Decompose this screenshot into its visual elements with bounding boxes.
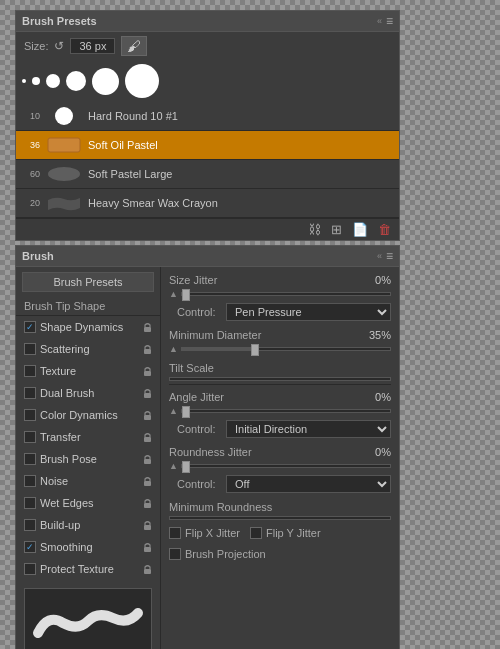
brush-item-wax-crayon[interactable]: 20 Heavy Smear Wax Crayon	[16, 189, 399, 218]
checkbox-wet-edges[interactable]	[24, 497, 36, 509]
size-jitter-slider[interactable]	[181, 292, 391, 296]
reset-size-button[interactable]: ↺	[54, 39, 64, 53]
angle-jitter-row: Angle Jitter 0%	[169, 388, 391, 406]
brush-option-noise[interactable]: Noise	[16, 470, 160, 492]
tilt-scale-label: Tilt Scale	[169, 362, 355, 374]
control-label-3: Control:	[177, 478, 222, 490]
roundness-jitter-slider[interactable]	[181, 464, 391, 468]
angle-jitter-thumb[interactable]	[182, 406, 190, 418]
min-roundness-label: Minimum Roundness	[169, 501, 391, 513]
brush-item-soft-pastel[interactable]: 60 Soft Pastel Large	[16, 160, 399, 189]
brush-menu-icon[interactable]: ≡	[386, 249, 393, 263]
brush-name: Hard Round 10 #1	[88, 110, 178, 122]
control-select-2[interactable]: Initial Direction	[226, 420, 391, 438]
min-diameter-slider[interactable]	[181, 347, 391, 351]
checkbox-color-dynamics[interactable]	[24, 409, 36, 421]
brush-panel: Brush « ≡ Brush Presets Brush Tip Shape …	[15, 245, 400, 649]
option-label-texture: Texture	[40, 365, 140, 377]
size-label: Size:	[24, 40, 48, 52]
size-input[interactable]	[70, 38, 115, 54]
checkbox-texture[interactable]	[24, 365, 36, 377]
lock-transfer	[142, 431, 152, 443]
panel-controls: « ≡	[377, 14, 393, 28]
angle-jitter-collapse[interactable]: ▲	[169, 406, 178, 416]
checkbox-flip-y[interactable]	[250, 527, 262, 539]
min-diameter-fill	[182, 348, 255, 350]
flip-x-row: Flip X Jitter	[169, 524, 240, 542]
brush-option-wet-edges[interactable]: Wet Edges	[16, 492, 160, 514]
roundness-jitter-thumb[interactable]	[182, 461, 190, 473]
lock-buildup	[142, 519, 152, 531]
min-diam-collapse[interactable]: ▲	[169, 344, 178, 354]
brush-option-protect-texture[interactable]: Protect Texture	[16, 558, 160, 580]
roundness-jitter-value: 0%	[359, 446, 391, 458]
brush-main: Brush Presets Brush Tip Shape Shape Dyna…	[16, 267, 399, 649]
control-select-1[interactable]: Pen Pressure	[226, 303, 391, 321]
checkbox-noise[interactable]	[24, 475, 36, 487]
angle-jitter-label: Angle Jitter	[169, 391, 355, 403]
min-roundness-row: Minimum Roundness	[169, 498, 391, 516]
min-diameter-thumb[interactable]	[251, 344, 259, 356]
control-select-3[interactable]: Off	[226, 475, 391, 493]
brush-option-scattering[interactable]: Scattering	[16, 338, 160, 360]
brush-options-button[interactable]: 🖌	[121, 36, 147, 56]
size-jitter-collapse[interactable]: ▲	[169, 289, 178, 299]
size-jitter-row: Size Jitter 0%	[169, 271, 391, 289]
min-roundness-track[interactable]	[169, 516, 391, 520]
brush-num-selected: 36	[22, 140, 40, 150]
brush-option-brush-pose[interactable]: Brush Pose	[16, 448, 160, 470]
brush-collapse-icon[interactable]: «	[377, 251, 382, 261]
brush-option-transfer[interactable]: Transfer	[16, 426, 160, 448]
option-label-buildup: Build-up	[40, 519, 140, 531]
checkbox-dual-brush[interactable]	[24, 387, 36, 399]
brush-num-20: 20	[22, 198, 40, 208]
checkbox-brush-pose[interactable]	[24, 453, 36, 465]
brush-num: 10	[22, 111, 40, 121]
size-jitter-thumb[interactable]	[182, 289, 190, 301]
flip-y-label: Flip Y Jitter	[266, 527, 321, 539]
brush-option-shape-dynamics[interactable]: Shape Dynamics	[16, 316, 160, 338]
checkbox-smoothing[interactable]	[24, 541, 36, 553]
svg-rect-12	[144, 503, 151, 508]
lock-dual-brush	[142, 387, 152, 399]
brush-option-buildup[interactable]: Build-up	[16, 514, 160, 536]
brush-option-dual-brush[interactable]: Dual Brush	[16, 382, 160, 404]
link-button[interactable]: ⛓	[306, 222, 323, 237]
tilt-scale-track[interactable]	[169, 377, 391, 381]
delete-preset-button[interactable]: 🗑	[376, 222, 393, 237]
new-preset-button[interactable]: 📄	[350, 222, 370, 237]
angle-jitter-slider[interactable]	[181, 409, 391, 413]
brush-preview-oil-pastel	[46, 134, 82, 156]
brush-item-soft-oil-pastel[interactable]: 36 Soft Oil Pastel	[16, 131, 399, 160]
checkbox-flip-x[interactable]	[169, 527, 181, 539]
size-jitter-label: Size Jitter	[169, 274, 355, 286]
preview-dot-5	[92, 68, 119, 95]
size-jitter-value: 0%	[359, 274, 391, 286]
checkbox-buildup[interactable]	[24, 519, 36, 531]
option-label-brush-pose: Brush Pose	[40, 453, 140, 465]
brush-option-color-dynamics[interactable]: Color Dynamics	[16, 404, 160, 426]
grid-button[interactable]: ⊞	[329, 222, 344, 237]
brush-option-smoothing[interactable]: Smoothing	[16, 536, 160, 558]
checkbox-scattering[interactable]	[24, 343, 36, 355]
brush-left-panel: Brush Presets Brush Tip Shape Shape Dyna…	[16, 267, 161, 649]
brush-item-hard-round[interactable]: 10 Hard Round 10 #1	[16, 102, 399, 131]
preview-dot-1	[22, 79, 26, 83]
svg-rect-11	[144, 481, 151, 486]
roundness-jitter-collapse[interactable]: ▲	[169, 461, 178, 471]
flip-y-row: Flip Y Jitter	[250, 524, 321, 542]
menu-icon[interactable]: ≡	[386, 14, 393, 28]
checkbox-transfer[interactable]	[24, 431, 36, 443]
svg-rect-1	[48, 138, 80, 152]
svg-point-0	[55, 107, 73, 125]
svg-point-3	[48, 167, 80, 181]
checkbox-brush-projection[interactable]	[169, 548, 181, 560]
brush-presets-button[interactable]: Brush Presets	[22, 272, 154, 292]
checkbox-protect-texture[interactable]	[24, 563, 36, 575]
brush-option-texture[interactable]: Texture	[16, 360, 160, 382]
checkbox-shape-dynamics[interactable]	[24, 321, 36, 333]
option-label-transfer: Transfer	[40, 431, 140, 443]
brush-projection-label: Brush Projection	[185, 548, 266, 560]
lock-shape-dynamics	[142, 321, 152, 333]
collapse-icon[interactable]: «	[377, 16, 382, 26]
